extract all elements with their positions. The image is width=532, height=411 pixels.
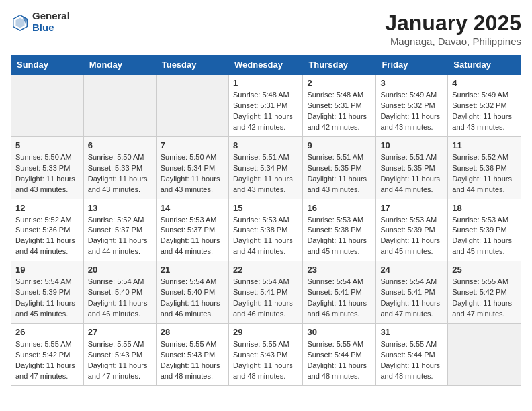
day-number: 29 bbox=[233, 327, 298, 337]
logo-blue: Blue bbox=[32, 22, 70, 34]
day-info: Sunrise: 5:50 AM Sunset: 5:33 PM Dayligh… bbox=[88, 152, 152, 195]
calendar-cell: 10Sunrise: 5:51 AM Sunset: 5:35 PM Dayli… bbox=[376, 136, 448, 199]
day-info: Sunrise: 5:55 AM Sunset: 5:43 PM Dayligh… bbox=[161, 339, 224, 382]
calendar-cell bbox=[11, 75, 84, 137]
day-number: 22 bbox=[233, 265, 298, 275]
day-number: 16 bbox=[307, 203, 371, 213]
day-info: Sunrise: 5:55 AM Sunset: 5:42 PM Dayligh… bbox=[452, 277, 517, 320]
day-number: 23 bbox=[307, 265, 371, 275]
calendar-cell: 29Sunrise: 5:55 AM Sunset: 5:43 PM Dayli… bbox=[228, 324, 302, 386]
logo: General Blue bbox=[11, 11, 70, 33]
weekday-tuesday: Tuesday bbox=[156, 56, 228, 75]
day-info: Sunrise: 5:54 AM Sunset: 5:41 PM Dayligh… bbox=[380, 277, 443, 320]
day-info: Sunrise: 5:54 AM Sunset: 5:39 PM Dayligh… bbox=[15, 277, 79, 320]
day-number: 6 bbox=[88, 140, 152, 150]
weekday-header-row: SundayMondayTuesdayWednesdayThursdayFrid… bbox=[11, 56, 521, 75]
day-info: Sunrise: 5:51 AM Sunset: 5:35 PM Dayligh… bbox=[380, 152, 443, 195]
day-number: 14 bbox=[161, 203, 224, 213]
calendar-cell: 4Sunrise: 5:49 AM Sunset: 5:32 PM Daylig… bbox=[448, 75, 521, 137]
month-title: January 2025 bbox=[385, 11, 521, 36]
day-number: 27 bbox=[88, 327, 152, 337]
day-info: Sunrise: 5:50 AM Sunset: 5:33 PM Dayligh… bbox=[15, 152, 79, 195]
calendar-cell: 23Sunrise: 5:54 AM Sunset: 5:41 PM Dayli… bbox=[303, 261, 376, 324]
day-info: Sunrise: 5:54 AM Sunset: 5:41 PM Dayligh… bbox=[307, 277, 371, 320]
day-number: 24 bbox=[380, 265, 443, 275]
calendar-cell: 12Sunrise: 5:52 AM Sunset: 5:36 PM Dayli… bbox=[11, 199, 84, 261]
logo-icon bbox=[11, 13, 30, 32]
calendar-cell: 5Sunrise: 5:50 AM Sunset: 5:33 PM Daylig… bbox=[11, 136, 84, 199]
calendar-cell: 13Sunrise: 5:52 AM Sunset: 5:37 PM Dayli… bbox=[83, 199, 156, 261]
day-number: 18 bbox=[452, 203, 517, 213]
day-number: 17 bbox=[380, 203, 443, 213]
weekday-wednesday: Wednesday bbox=[228, 56, 302, 75]
day-number: 4 bbox=[452, 78, 517, 88]
calendar-cell: 16Sunrise: 5:53 AM Sunset: 5:38 PM Dayli… bbox=[303, 199, 376, 261]
day-number: 13 bbox=[88, 203, 152, 213]
weekday-sunday: Sunday bbox=[11, 56, 84, 75]
day-info: Sunrise: 5:48 AM Sunset: 5:31 PM Dayligh… bbox=[307, 90, 371, 133]
calendar-cell: 8Sunrise: 5:51 AM Sunset: 5:34 PM Daylig… bbox=[228, 136, 302, 199]
calendar-week-4: 19Sunrise: 5:54 AM Sunset: 5:39 PM Dayli… bbox=[11, 261, 521, 324]
calendar-cell: 18Sunrise: 5:53 AM Sunset: 5:39 PM Dayli… bbox=[448, 199, 521, 261]
day-info: Sunrise: 5:55 AM Sunset: 5:44 PM Dayligh… bbox=[307, 339, 371, 382]
day-info: Sunrise: 5:55 AM Sunset: 5:42 PM Dayligh… bbox=[15, 339, 79, 382]
page-header: General Blue January 2025 Magnaga, Davao… bbox=[11, 11, 521, 47]
calendar-cell: 14Sunrise: 5:53 AM Sunset: 5:37 PM Dayli… bbox=[156, 199, 228, 261]
calendar-cell: 6Sunrise: 5:50 AM Sunset: 5:33 PM Daylig… bbox=[83, 136, 156, 199]
calendar-week-1: 1Sunrise: 5:48 AM Sunset: 5:31 PM Daylig… bbox=[11, 75, 521, 137]
day-number: 28 bbox=[161, 327, 224, 337]
day-number: 26 bbox=[15, 327, 79, 337]
day-number: 21 bbox=[161, 265, 224, 275]
weekday-friday: Friday bbox=[376, 56, 448, 75]
location: Magnaga, Davao, Philippines bbox=[385, 36, 521, 47]
day-info: Sunrise: 5:53 AM Sunset: 5:39 PM Dayligh… bbox=[380, 215, 443, 258]
svg-marker-1 bbox=[15, 17, 24, 28]
calendar-cell: 15Sunrise: 5:53 AM Sunset: 5:38 PM Dayli… bbox=[228, 199, 302, 261]
day-info: Sunrise: 5:53 AM Sunset: 5:39 PM Dayligh… bbox=[452, 215, 517, 258]
day-number: 2 bbox=[307, 78, 371, 88]
calendar-cell: 25Sunrise: 5:55 AM Sunset: 5:42 PM Dayli… bbox=[448, 261, 521, 324]
calendar-cell: 21Sunrise: 5:54 AM Sunset: 5:40 PM Dayli… bbox=[156, 261, 228, 324]
calendar-week-3: 12Sunrise: 5:52 AM Sunset: 5:36 PM Dayli… bbox=[11, 199, 521, 261]
calendar-cell: 20Sunrise: 5:54 AM Sunset: 5:40 PM Dayli… bbox=[83, 261, 156, 324]
calendar-cell: 11Sunrise: 5:52 AM Sunset: 5:36 PM Dayli… bbox=[448, 136, 521, 199]
calendar-week-5: 26Sunrise: 5:55 AM Sunset: 5:42 PM Dayli… bbox=[11, 324, 521, 386]
calendar-cell: 3Sunrise: 5:49 AM Sunset: 5:32 PM Daylig… bbox=[376, 75, 448, 137]
day-number: 1 bbox=[233, 78, 298, 88]
day-number: 11 bbox=[452, 140, 517, 150]
day-info: Sunrise: 5:49 AM Sunset: 5:32 PM Dayligh… bbox=[380, 90, 443, 133]
day-info: Sunrise: 5:54 AM Sunset: 5:40 PM Dayligh… bbox=[88, 277, 152, 320]
day-number: 7 bbox=[161, 140, 224, 150]
day-number: 30 bbox=[307, 327, 371, 337]
calendar-cell: 1Sunrise: 5:48 AM Sunset: 5:31 PM Daylig… bbox=[228, 75, 302, 137]
calendar-cell: 19Sunrise: 5:54 AM Sunset: 5:39 PM Dayli… bbox=[11, 261, 84, 324]
day-number: 3 bbox=[380, 78, 443, 88]
day-info: Sunrise: 5:53 AM Sunset: 5:38 PM Dayligh… bbox=[233, 215, 298, 258]
calendar-cell bbox=[83, 75, 156, 137]
calendar-cell: 31Sunrise: 5:55 AM Sunset: 5:44 PM Dayli… bbox=[376, 324, 448, 386]
calendar: SundayMondayTuesdayWednesdayThursdayFrid… bbox=[11, 55, 521, 386]
calendar-cell: 9Sunrise: 5:51 AM Sunset: 5:35 PM Daylig… bbox=[303, 136, 376, 199]
day-number: 8 bbox=[233, 140, 298, 150]
day-number: 9 bbox=[307, 140, 371, 150]
day-info: Sunrise: 5:54 AM Sunset: 5:41 PM Dayligh… bbox=[233, 277, 298, 320]
calendar-cell: 22Sunrise: 5:54 AM Sunset: 5:41 PM Dayli… bbox=[228, 261, 302, 324]
day-number: 25 bbox=[452, 265, 517, 275]
day-info: Sunrise: 5:50 AM Sunset: 5:34 PM Dayligh… bbox=[161, 152, 224, 195]
title-block: January 2025 Magnaga, Davao, Philippines bbox=[385, 11, 521, 47]
weekday-saturday: Saturday bbox=[448, 56, 521, 75]
day-info: Sunrise: 5:53 AM Sunset: 5:38 PM Dayligh… bbox=[307, 215, 371, 258]
day-info: Sunrise: 5:52 AM Sunset: 5:37 PM Dayligh… bbox=[88, 215, 152, 258]
calendar-cell bbox=[448, 324, 521, 386]
day-number: 15 bbox=[233, 203, 298, 213]
logo-text: General Blue bbox=[32, 11, 70, 33]
day-info: Sunrise: 5:55 AM Sunset: 5:43 PM Dayligh… bbox=[233, 339, 298, 382]
day-number: 12 bbox=[15, 203, 79, 213]
day-number: 31 bbox=[380, 327, 443, 337]
calendar-week-2: 5Sunrise: 5:50 AM Sunset: 5:33 PM Daylig… bbox=[11, 136, 521, 199]
day-info: Sunrise: 5:52 AM Sunset: 5:36 PM Dayligh… bbox=[15, 215, 79, 258]
day-info: Sunrise: 5:55 AM Sunset: 5:43 PM Dayligh… bbox=[88, 339, 152, 382]
calendar-cell: 26Sunrise: 5:55 AM Sunset: 5:42 PM Dayli… bbox=[11, 324, 84, 386]
calendar-cell bbox=[156, 75, 228, 137]
day-info: Sunrise: 5:48 AM Sunset: 5:31 PM Dayligh… bbox=[233, 90, 298, 133]
